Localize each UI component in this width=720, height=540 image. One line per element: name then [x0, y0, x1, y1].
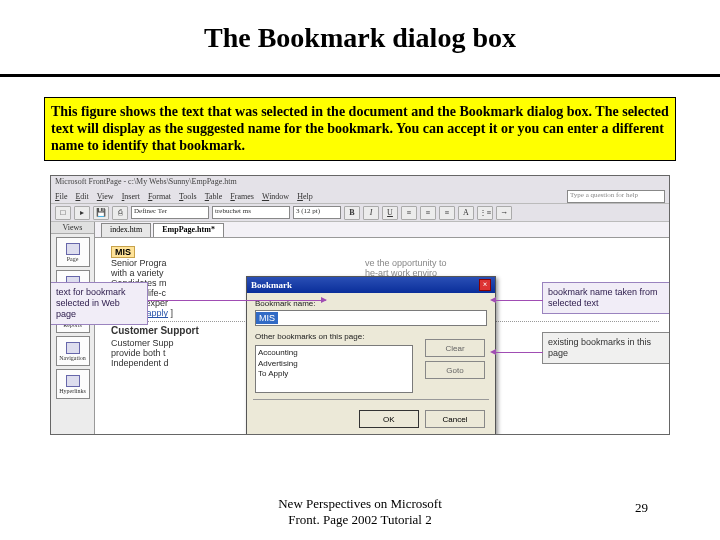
- app-titlebar: Microsoft FrontPage - c:\My Webs\Sunny\E…: [51, 176, 669, 190]
- print-icon[interactable]: ⎙: [112, 206, 128, 220]
- slide-title: The Bookmark dialog box: [0, 0, 720, 62]
- views-bar: Views Page Folders Reports Navigation Hy…: [51, 222, 95, 434]
- menu-file[interactable]: File: [55, 192, 67, 201]
- align-right-icon[interactable]: ≡: [439, 206, 455, 220]
- page-tabs: index.htm EmpPage.htm*: [95, 222, 669, 238]
- page-number: 29: [635, 500, 648, 516]
- arrow-line: [495, 352, 543, 353]
- doc-line: Senior Progra ve the opportunity to: [111, 258, 659, 268]
- footer-line-1: New Perspectives on Microsoft: [278, 496, 442, 512]
- style-select[interactable]: Definec Ter: [131, 206, 209, 219]
- callout-right-1: bookmark name taken from selected text: [542, 282, 670, 314]
- arrow-head-icon: [490, 349, 496, 355]
- arrow-line: [148, 300, 326, 301]
- arrow-head-icon: [321, 297, 327, 303]
- view-navigation[interactable]: Navigation: [56, 336, 90, 366]
- menu-window[interactable]: Window: [262, 192, 289, 201]
- tab-emppage[interactable]: EmpPage.htm*: [153, 223, 224, 237]
- menu-view[interactable]: View: [97, 192, 114, 201]
- bold-icon[interactable]: B: [344, 206, 360, 220]
- font-color-icon[interactable]: A: [458, 206, 474, 220]
- save-icon[interactable]: 💾: [93, 206, 109, 220]
- views-label: Views: [51, 222, 94, 234]
- goto-button[interactable]: Goto: [425, 361, 485, 379]
- menu-table[interactable]: Table: [205, 192, 223, 201]
- menu-frames[interactable]: Frames: [230, 192, 254, 201]
- new-icon[interactable]: □: [55, 206, 71, 220]
- divider: [0, 74, 720, 77]
- menu-help[interactable]: Help: [297, 192, 313, 201]
- arrow-head-icon: [490, 297, 496, 303]
- menu-tools[interactable]: Tools: [179, 192, 197, 201]
- size-select[interactable]: 3 (12 pt): [293, 206, 341, 219]
- bookmark-name-input[interactable]: MIS: [255, 310, 487, 326]
- close-icon[interactable]: ×: [479, 279, 491, 291]
- callout-left: text for bookmark selected in Web page: [50, 282, 148, 324]
- selected-text[interactable]: MIS: [111, 246, 135, 258]
- menu-edit[interactable]: Edit: [75, 192, 88, 201]
- clear-button[interactable]: Clear: [425, 339, 485, 357]
- ok-button[interactable]: OK: [359, 410, 419, 428]
- align-center-icon[interactable]: ≡: [420, 206, 436, 220]
- menu-insert[interactable]: Insert: [122, 192, 140, 201]
- dialog-titlebar: Bookmark ×: [247, 277, 495, 293]
- underline-icon[interactable]: U: [382, 206, 398, 220]
- footer: New Perspectives on Microsoft Front. Pag…: [0, 496, 720, 528]
- view-hyperlinks[interactable]: Hyperlinks: [56, 369, 90, 399]
- view-page[interactable]: Page: [56, 237, 90, 267]
- list-item[interactable]: To Apply: [258, 369, 410, 379]
- callout-right-2: existing bookmarks in this page: [542, 332, 670, 364]
- figure-screenshot: Microsoft FrontPage - c:\My Webs\Sunny\E…: [50, 175, 670, 435]
- footer-line-2: Front. Page 2002 Tutorial 2: [278, 512, 442, 528]
- indent-icon[interactable]: →: [496, 206, 512, 220]
- align-left-icon[interactable]: ≡: [401, 206, 417, 220]
- cancel-button[interactable]: Cancel: [425, 410, 485, 428]
- list-item[interactable]: Accounting: [258, 348, 410, 358]
- help-search-input[interactable]: Type a question for help: [567, 190, 665, 203]
- caption-box: This figure shows the text that was sele…: [44, 97, 676, 161]
- font-select[interactable]: trebuchet ms: [212, 206, 290, 219]
- tab-index[interactable]: index.htm: [101, 223, 151, 237]
- list-item[interactable]: Advertising: [258, 359, 410, 369]
- italic-icon[interactable]: I: [363, 206, 379, 220]
- other-bookmarks-list[interactable]: Accounting Advertising To Apply: [255, 345, 413, 393]
- arrow-line: [495, 300, 543, 301]
- menu-format[interactable]: Format: [148, 192, 171, 201]
- dialog-title-text: Bookmark: [251, 280, 292, 290]
- list-icon[interactable]: ⋮≡: [477, 206, 493, 220]
- standard-toolbar: □ ▸ 💾 ⎙ Definec Ter trebuchet ms 3 (12 p…: [51, 204, 669, 222]
- open-icon[interactable]: ▸: [74, 206, 90, 220]
